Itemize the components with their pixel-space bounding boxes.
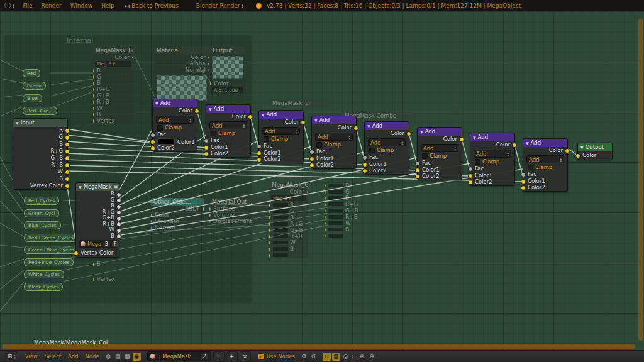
input-socket[interactable] xyxy=(575,153,580,158)
texture-datablock-selector[interactable]: MegaMask 2 xyxy=(147,351,211,361)
clamp-checkbox[interactable] xyxy=(475,159,480,165)
input-socket[interactable] xyxy=(74,251,79,256)
input-socket[interactable] xyxy=(468,167,473,172)
mix-add-node[interactable]: ▼ Add Color Add Clamp Fac Color1 Color2 xyxy=(311,116,357,169)
tree-type-shader-icon[interactable]: ◍ xyxy=(104,353,113,361)
clamp-checkbox[interactable] xyxy=(264,136,269,142)
output-socket[interactable] xyxy=(406,131,411,136)
users-count[interactable]: 2 xyxy=(201,353,208,359)
mix-add-node[interactable]: ▼ Add Color Add Clamp Fac Color1 Color2 xyxy=(258,110,304,163)
input-socket[interactable] xyxy=(309,156,314,162)
clamp-checkbox[interactable] xyxy=(422,153,428,159)
input-socket[interactable] xyxy=(150,140,155,145)
input-socket[interactable] xyxy=(257,144,262,149)
color1-swatch[interactable] xyxy=(157,138,175,145)
snap-element-icon[interactable]: ▦ xyxy=(332,353,340,361)
output-socket[interactable] xyxy=(116,234,121,239)
go-to-parent-icon[interactable]: ↺ xyxy=(309,353,318,361)
menu-help[interactable]: Help xyxy=(101,3,114,9)
input-socket[interactable] xyxy=(257,151,262,156)
input-socket[interactable] xyxy=(204,151,209,156)
input-socket[interactable] xyxy=(468,180,473,185)
tree-type-texture-icon[interactable]: ▦ xyxy=(123,353,131,361)
tree-type-compositing-icon[interactable]: ▤ xyxy=(114,353,122,361)
output-socket[interactable] xyxy=(65,170,70,175)
blend-mode-select[interactable]: Add xyxy=(315,133,353,141)
snap-magnet-icon[interactable]: ∪ xyxy=(323,353,331,361)
input-socket[interactable] xyxy=(150,133,155,138)
collapse-icon[interactable]: ▼ xyxy=(155,99,158,107)
blend-mode-select[interactable]: Add xyxy=(474,150,511,158)
input-socket[interactable] xyxy=(468,173,473,178)
collapse-icon[interactable]: ▼ xyxy=(209,105,212,113)
group-output-node[interactable]: ▼ Output Color xyxy=(577,143,613,160)
output-socket[interactable] xyxy=(116,228,121,233)
output-socket[interactable] xyxy=(65,163,70,168)
output-socket[interactable] xyxy=(116,192,121,197)
menu-node[interactable]: Node xyxy=(86,353,99,359)
blend-mode-select[interactable]: Add xyxy=(526,155,564,163)
menu-window[interactable]: Window xyxy=(70,3,93,9)
output-socket[interactable] xyxy=(65,156,70,161)
fake-user-button[interactable]: F xyxy=(112,241,119,247)
mix-add-node[interactable]: ▼ Add Color Add Clamp Fac Color1 Color2 xyxy=(470,133,515,186)
input-socket[interactable] xyxy=(362,162,367,167)
texture-context-object-icon[interactable]: ◉ xyxy=(133,353,141,361)
blend-mode-select[interactable]: Add xyxy=(156,116,194,124)
menu-add[interactable]: Add xyxy=(68,353,78,359)
zoom-in-icon[interactable]: ⊕ xyxy=(358,353,366,361)
output-socket[interactable] xyxy=(565,148,570,153)
wrench-icon[interactable]: ⚙ xyxy=(300,353,308,361)
output-socket[interactable] xyxy=(116,216,121,221)
collapse-icon[interactable]: ▼ xyxy=(473,133,476,141)
input-socket[interactable] xyxy=(204,138,209,143)
collapse-icon[interactable]: ▼ xyxy=(79,183,82,191)
collapse-icon[interactable]: ▼ xyxy=(580,143,584,151)
blend-mode-select[interactable]: Add xyxy=(421,144,458,152)
output-socket[interactable] xyxy=(65,135,70,140)
fake-user-button[interactable]: F xyxy=(213,351,225,361)
input-socket[interactable] xyxy=(150,146,155,151)
input-socket[interactable] xyxy=(362,168,367,173)
users-count[interactable]: 3 xyxy=(103,241,110,247)
input-socket[interactable] xyxy=(521,172,526,177)
collapse-icon[interactable]: ▼ xyxy=(314,116,318,124)
zoom-out-icon[interactable]: ⊖ xyxy=(367,353,375,361)
clamp-checkbox[interactable] xyxy=(157,125,163,131)
blend-mode-select[interactable]: Add xyxy=(262,127,300,135)
collapse-icon[interactable]: ▼ xyxy=(526,139,529,147)
mix-add-node[interactable]: ▼ Add Color Add Clamp Fac Color1 Color2 xyxy=(152,99,197,152)
input-socket[interactable] xyxy=(309,163,314,168)
output-socket[interactable] xyxy=(353,126,358,131)
input-socket[interactable] xyxy=(415,161,420,166)
mix-add-node[interactable]: ▼ Add Color Add Clamp Fac Color1 Color2 xyxy=(364,121,409,175)
output-socket[interactable] xyxy=(65,149,70,154)
input-socket[interactable] xyxy=(521,185,526,190)
input-socket[interactable] xyxy=(309,150,314,155)
menu-view[interactable]: View xyxy=(25,353,38,359)
collapse-icon[interactable]: ▼ xyxy=(16,119,19,127)
output-socket[interactable] xyxy=(65,142,70,147)
clamp-checkbox[interactable] xyxy=(211,131,216,136)
editor-type-button[interactable]: ⊞ xyxy=(5,351,18,361)
input-socket[interactable] xyxy=(204,145,209,150)
input-socket[interactable] xyxy=(415,174,420,179)
output-socket[interactable] xyxy=(65,184,70,189)
collapse-icon[interactable]: ▼ xyxy=(420,128,423,136)
blend-mode-select[interactable]: Add xyxy=(368,138,406,146)
clamp-checkbox[interactable] xyxy=(528,165,533,170)
menu-file[interactable]: File xyxy=(23,3,33,9)
megamask-group-node[interactable]: ▼ MegaMask ▣ R G B R+G xyxy=(75,182,119,258)
snap-dropdown-icon[interactable] xyxy=(352,354,353,359)
use-nodes-checkbox[interactable]: ✓ Use Nodes xyxy=(258,353,295,359)
output-socket[interactable] xyxy=(116,198,121,203)
render-engine-select[interactable]: Blender Render xyxy=(196,3,243,9)
output-socket[interactable] xyxy=(65,128,70,133)
horizontal-scrollbar[interactable] xyxy=(2,344,635,349)
vertical-scrollbar[interactable] xyxy=(638,19,643,341)
output-socket[interactable] xyxy=(116,222,121,227)
input-socket[interactable] xyxy=(521,179,526,184)
output-socket[interactable] xyxy=(116,210,121,215)
output-socket[interactable] xyxy=(116,204,121,209)
editor-type-arrows-icon[interactable] xyxy=(13,3,14,8)
